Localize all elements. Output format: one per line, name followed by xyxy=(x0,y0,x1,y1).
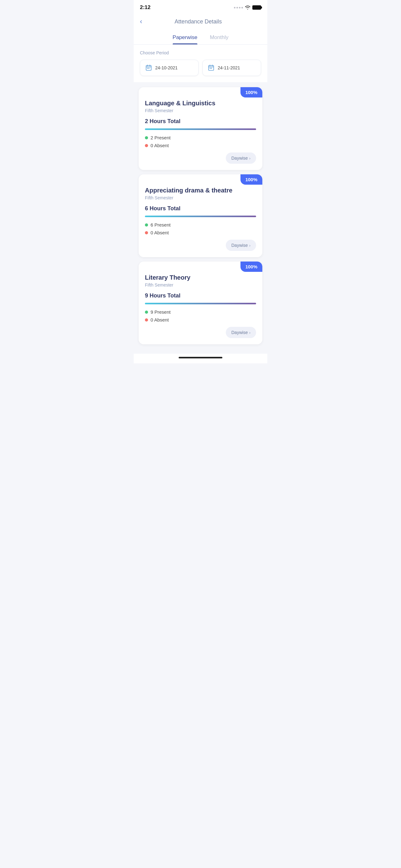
card-footer-3: Daywise › xyxy=(145,327,256,338)
daywise-button-2[interactable]: Daywise › xyxy=(226,240,256,251)
absent-dot-2 xyxy=(145,231,148,234)
attendance-card-3: 100% Literary Theory Fifth Semester 9 Ho… xyxy=(139,261,262,344)
absent-stat-3: 0 Absent xyxy=(145,317,256,322)
subject-name-1: Language & Linguistics xyxy=(145,100,256,107)
absent-value-1: 0 Absent xyxy=(151,143,169,148)
present-value-2: 6 Present xyxy=(151,222,170,227)
svg-rect-5 xyxy=(211,68,212,69)
tab-monthly[interactable]: Monthly xyxy=(210,34,229,44)
present-dot-3 xyxy=(145,311,148,314)
absent-dot-3 xyxy=(145,318,148,321)
svg-rect-1 xyxy=(147,68,148,69)
attendance-card-2: 100% Appreciating drama & theatre Fifth … xyxy=(139,174,262,257)
subject-name-2: Appreciating drama & theatre xyxy=(145,187,256,194)
wifi-icon xyxy=(245,5,250,10)
percentage-badge-1: 100% xyxy=(240,87,262,97)
present-dot-1 xyxy=(145,136,148,140)
battery-icon xyxy=(252,5,261,10)
back-button[interactable]: ‹ xyxy=(140,16,144,27)
hours-total-1: 2 Hours Total xyxy=(145,118,256,125)
percentage-badge-3: 100% xyxy=(240,261,262,272)
calendar-icon-end xyxy=(208,64,214,71)
present-stat-2: 6 Present xyxy=(145,222,256,227)
period-section: Choose Period 24-10-2021 24-11-2021 xyxy=(134,45,267,82)
absent-value-2: 0 Absent xyxy=(151,230,169,235)
start-date-input[interactable]: 24-10-2021 xyxy=(140,60,199,76)
home-bar xyxy=(179,357,222,359)
end-date-input[interactable]: 24-11-2021 xyxy=(202,60,261,76)
date-row: 24-10-2021 24-11-2021 xyxy=(140,60,261,76)
stats-row-1: 2 Present 0 Absent xyxy=(145,135,256,148)
home-indicator xyxy=(134,354,267,363)
status-bar: 2:12 xyxy=(134,0,267,13)
end-date-value: 24-11-2021 xyxy=(218,65,240,70)
signal-icon xyxy=(234,7,243,8)
absent-dot-1 xyxy=(145,144,148,147)
svg-rect-2 xyxy=(149,68,149,69)
present-stat-1: 2 Present xyxy=(145,135,256,140)
subject-name-3: Literary Theory xyxy=(145,274,256,281)
present-dot-2 xyxy=(145,223,148,226)
card-footer-1: Daywise › xyxy=(145,153,256,164)
absent-value-3: 0 Absent xyxy=(151,317,169,322)
percentage-badge-2: 100% xyxy=(240,174,262,185)
stats-row-3: 9 Present 0 Absent xyxy=(145,309,256,322)
absent-stat-2: 0 Absent xyxy=(145,230,256,235)
progress-bar-3 xyxy=(145,303,256,304)
hours-total-2: 6 Hours Total xyxy=(145,205,256,212)
progress-bar-1 xyxy=(145,128,256,130)
tabs-container: Paperwise Monthly xyxy=(134,32,267,44)
page-title: Attendance Details xyxy=(144,19,252,25)
present-stat-3: 9 Present xyxy=(145,309,256,315)
semester-1: Fifth Semester xyxy=(145,108,256,113)
semester-2: Fifth Semester xyxy=(145,195,256,200)
period-label: Choose Period xyxy=(140,50,261,55)
chevron-right-icon-1: › xyxy=(249,156,250,161)
header: ‹ Attendance Details xyxy=(134,13,267,32)
chevron-right-icon-3: › xyxy=(249,330,250,335)
start-date-value: 24-10-2021 xyxy=(155,65,178,70)
daywise-button-3[interactable]: Daywise › xyxy=(226,327,256,338)
tab-paperwise[interactable]: Paperwise xyxy=(173,34,197,44)
present-value-3: 9 Present xyxy=(151,309,170,315)
hours-total-3: 9 Hours Total xyxy=(145,292,256,299)
semester-3: Fifth Semester xyxy=(145,282,256,287)
calendar-icon-start xyxy=(145,64,152,71)
attendance-card-1: 100% Language & Linguistics Fifth Semest… xyxy=(139,87,262,170)
card-footer-2: Daywise › xyxy=(145,240,256,251)
progress-bar-2 xyxy=(145,216,256,217)
chevron-right-icon-2: › xyxy=(249,243,250,248)
cards-container: 100% Language & Linguistics Fifth Semest… xyxy=(134,82,267,354)
daywise-button-1[interactable]: Daywise › xyxy=(226,153,256,164)
svg-rect-4 xyxy=(209,68,210,69)
status-time: 2:12 xyxy=(140,4,151,11)
status-icons xyxy=(234,5,261,10)
stats-row-2: 6 Present 0 Absent xyxy=(145,222,256,235)
absent-stat-1: 0 Absent xyxy=(145,143,256,148)
present-value-1: 2 Present xyxy=(151,135,170,140)
